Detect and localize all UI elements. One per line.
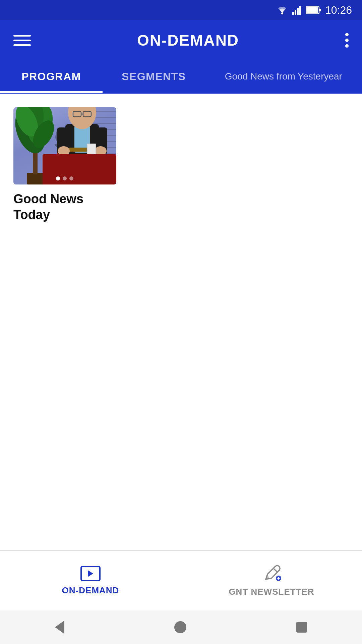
- status-icons: 10:26: [276, 4, 352, 16]
- battery-icon: [306, 6, 321, 14]
- nav-item-on-demand[interactable]: ON-DEMAND: [0, 566, 181, 596]
- android-home-button[interactable]: [174, 621, 186, 633]
- bottom-navigation: ON-DEMAND GNT NEWSLETTER: [0, 550, 362, 610]
- hamburger-menu-button[interactable]: [13, 35, 31, 46]
- program-grid: gn: [13, 107, 349, 223]
- program-thumbnail[interactable]: gn: [13, 107, 116, 184]
- wifi-icon: [276, 5, 288, 15]
- svg-point-0: [281, 12, 283, 14]
- tab-program[interactable]: PROGRAM: [0, 60, 103, 93]
- more-options-button[interactable]: [345, 33, 349, 48]
- app-bar: ON-DEMAND: [0, 20, 362, 60]
- status-time: 10:26: [325, 4, 352, 16]
- android-recents-button[interactable]: [296, 622, 307, 633]
- svg-rect-4: [299, 6, 301, 15]
- android-back-button[interactable]: [55, 621, 64, 634]
- slide-dot-3: [69, 176, 73, 180]
- program-card[interactable]: gn: [13, 107, 116, 223]
- slide-dot-2: [63, 176, 67, 180]
- nav-label-newsletter: GNT NEWSLETTER: [229, 587, 314, 597]
- slide-dot-1: [56, 176, 60, 180]
- signal-icon: [292, 5, 302, 15]
- program-title: Good News Today: [13, 191, 116, 223]
- svg-rect-1: [292, 12, 294, 15]
- svg-rect-3: [297, 8, 299, 15]
- status-bar: 10:26: [0, 0, 362, 20]
- tab-bar: PROGRAM SEGMENTS Good News from Yesterye…: [0, 60, 362, 94]
- tv-play-icon: [80, 566, 101, 581]
- svg-rect-6: [306, 7, 318, 13]
- studio-scene: gn: [13, 107, 116, 184]
- svg-rect-8: [27, 173, 44, 184]
- slide-indicator: [56, 176, 73, 180]
- android-nav-bar: [0, 610, 362, 644]
- nav-item-newsletter[interactable]: GNT NEWSLETTER: [181, 564, 362, 597]
- svg-rect-7: [319, 9, 321, 11]
- tab-good-news-yesteryear[interactable]: Good News from Yesteryear: [205, 60, 362, 93]
- tab-segments[interactable]: SEGMENTS: [103, 60, 205, 93]
- svg-rect-2: [295, 10, 296, 15]
- app-title: ON-DEMAND: [137, 31, 239, 49]
- content-area: gn: [0, 94, 362, 543]
- nav-label-on-demand: ON-DEMAND: [62, 585, 119, 596]
- pen-icon: [262, 564, 281, 583]
